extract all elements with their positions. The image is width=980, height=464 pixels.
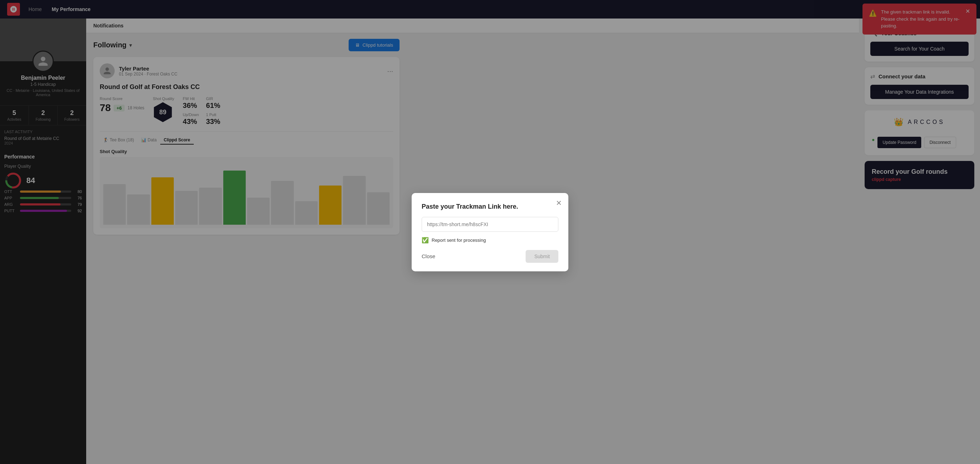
trackman-link-input[interactable] [422,217,558,232]
success-text: Report sent for processing [431,238,486,243]
modal-close-button[interactable]: Close [422,253,435,259]
success-icon: ✅ [422,237,429,243]
modal-title: Paste your Trackman Link here. [422,203,558,210]
modal-close-x-button[interactable]: ✕ [556,199,562,207]
modal-submit-button[interactable]: Submit [526,250,558,263]
modal-overlay: Paste your Trackman Link here. ✕ ✅ Repor… [0,0,980,464]
trackman-modal: Paste your Trackman Link here. ✕ ✅ Repor… [412,193,568,271]
success-message: ✅ Report sent for processing [422,237,558,243]
modal-actions: Close Submit [422,250,558,263]
